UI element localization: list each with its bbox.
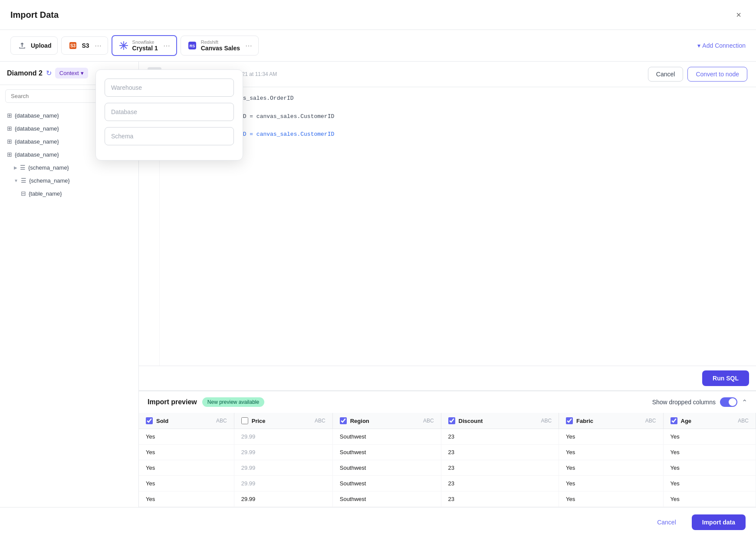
- redshift-dots[interactable]: ⋯: [245, 42, 252, 50]
- col-name-age: Age: [681, 418, 692, 424]
- footer-cancel-button[interactable]: Cancel: [647, 514, 687, 530]
- col-check-age[interactable]: [671, 417, 677, 424]
- context-chevron: ▾: [81, 70, 84, 76]
- tree-item-table[interactable]: ⊟ {table_name}: [0, 187, 138, 200]
- convert-to-node-button[interactable]: Convert to node: [687, 67, 747, 82]
- sql-line-16: [168, 121, 747, 130]
- sql-line-15: ON Customers.CustomerID = canvas_sales.C…: [168, 112, 747, 121]
- table-row: Yes29.99Southwest23YesYes: [139, 491, 756, 507]
- add-conn-chevron: ▾: [697, 42, 700, 49]
- col-check-region[interactable]: [340, 417, 347, 424]
- table-cell: 29.99: [234, 491, 332, 507]
- col-header-age[interactable]: Age ABC: [663, 413, 756, 429]
- tree-item-schema-expanded[interactable]: ▼ ☰ {schema_name}: [0, 174, 138, 187]
- col-header-region[interactable]: Region ABC: [332, 413, 441, 429]
- tree-items: ⊞ {database_name} ⊞ {database_name} ⊞ {d…: [0, 107, 138, 507]
- conn-tab-s3[interactable]: S3 S3 ⋯: [61, 36, 108, 55]
- close-button[interactable]: ×: [732, 8, 746, 22]
- table-cell: Yes: [559, 445, 663, 460]
- tree-item-schema-collapsed[interactable]: ▶ ☰ {schema_name}: [0, 161, 138, 174]
- run-sql-button[interactable]: Run SQL: [702, 370, 749, 386]
- redshift-icon: RS: [187, 40, 197, 51]
- conn-tab-redshift[interactable]: RS Redshift Canvas Sales ⋯: [181, 36, 259, 56]
- col-header-price[interactable]: Price ABC: [234, 413, 332, 429]
- panel-title: Diamond 2: [7, 69, 43, 77]
- import-data-modal: Import Data × Upload S3 S3 ⋯ Snowflake: [0, 0, 756, 537]
- table-cell: 23: [441, 460, 559, 476]
- context-label: Context: [59, 70, 79, 76]
- table-cell: 23: [441, 476, 559, 491]
- sql-line-17: ON Customers.CustomerID = canvas_sales.C…: [168, 130, 747, 139]
- sql-line-13: 20.CustomerName, canvas_sales.OrderID: [168, 94, 747, 103]
- col-name-region: Region: [350, 418, 369, 424]
- import-data-button[interactable]: Import data: [692, 514, 746, 530]
- redshift-sub: Redshift: [201, 39, 240, 45]
- preview-header: Import preview New preview available Sho…: [139, 391, 756, 413]
- sql-line-14: [168, 103, 747, 112]
- tree-item-label: {schema_name}: [28, 164, 69, 171]
- table-cell: 29.99: [234, 429, 332, 445]
- table-cell: Yes: [663, 476, 756, 491]
- add-conn-label: Add Connection: [702, 42, 746, 49]
- tree-item-label: {schema_name}: [29, 177, 70, 184]
- s3-icon: S3: [68, 40, 78, 51]
- table-cell: 29.99: [234, 445, 332, 460]
- table-row: Yes29.99Southwest23YesYes: [139, 429, 756, 445]
- warehouse-input[interactable]: [105, 79, 234, 97]
- col-header-sold[interactable]: Sold ABC: [139, 413, 234, 429]
- table-cell: Yes: [139, 476, 234, 491]
- table-cell: Southwest: [332, 491, 441, 507]
- db-icon: ⊞: [7, 151, 12, 158]
- col-name-price: Price: [252, 418, 266, 424]
- db-icon: ⊞: [7, 125, 12, 132]
- s3-dots[interactable]: ⋯: [95, 42, 102, 50]
- upload-label: Upload: [31, 42, 51, 49]
- table-cell: 23: [441, 491, 559, 507]
- table-cell: Yes: [663, 491, 756, 507]
- refresh-icon[interactable]: ↻: [46, 69, 52, 77]
- snowflake-sub: Snowflake: [132, 39, 158, 45]
- table-cell: Yes: [139, 460, 234, 476]
- tree-item-label: {database_name}: [15, 138, 59, 145]
- modal-footer: Cancel Import data: [0, 507, 756, 537]
- table-icon: ⊟: [21, 190, 26, 197]
- col-check-fabric[interactable]: [566, 417, 573, 424]
- table-cell: Yes: [559, 460, 663, 476]
- snowflake-dots[interactable]: ⋯: [163, 42, 170, 50]
- add-connection-button[interactable]: ▾ Add Connection: [697, 42, 746, 49]
- col-name-fabric: Fabric: [576, 418, 593, 424]
- col-check-price[interactable]: [241, 417, 248, 424]
- col-check-discount[interactable]: [448, 417, 455, 424]
- col-header-fabric[interactable]: Fabric ABC: [559, 413, 663, 429]
- sql-code[interactable]: 20.CustomerName, canvas_sales.OrderID ON…: [160, 87, 756, 366]
- preview-title: Import preview: [148, 398, 197, 406]
- table-cell: Yes: [139, 491, 234, 507]
- cancel-button[interactable]: Cancel: [648, 67, 684, 82]
- show-dropped-columns-toggle[interactable]: [720, 397, 737, 407]
- col-type-price: ABC: [315, 418, 325, 424]
- table-cell: Southwest: [332, 429, 441, 445]
- schema-field: [105, 127, 234, 145]
- s3-label: S3: [82, 42, 89, 49]
- snowflake-name: Crystal 1: [132, 45, 158, 52]
- tree-arrow-right: ▶: [14, 165, 17, 170]
- svg-text:RS: RS: [189, 44, 195, 48]
- table-row: Yes29.99Southwest23YesYes: [139, 445, 756, 460]
- database-input[interactable]: [105, 103, 234, 121]
- col-name-sold: Sold: [156, 418, 168, 424]
- context-dropdown[interactable]: Context ▾: [55, 68, 88, 79]
- col-header-discount[interactable]: Discount ABC: [441, 413, 559, 429]
- collapse-icon[interactable]: ⌃: [742, 398, 747, 406]
- table-cell: Yes: [139, 429, 234, 445]
- svg-text:S3: S3: [70, 43, 76, 48]
- col-check-sold[interactable]: [146, 417, 153, 424]
- modal-title: Import Data: [10, 10, 732, 20]
- col-type-region: ABC: [423, 418, 434, 424]
- table-cell: 29.99: [234, 476, 332, 491]
- modal-header: Import Data ×: [0, 0, 756, 30]
- table-cell: Yes: [139, 445, 234, 460]
- schema-input[interactable]: [105, 127, 234, 145]
- connection-bar: Upload S3 S3 ⋯ Snowflake Crystal 1 ⋯ RS: [0, 30, 756, 62]
- conn-tab-upload[interactable]: Upload: [10, 36, 58, 55]
- conn-tab-snowflake[interactable]: Snowflake Crystal 1 ⋯: [112, 35, 177, 56]
